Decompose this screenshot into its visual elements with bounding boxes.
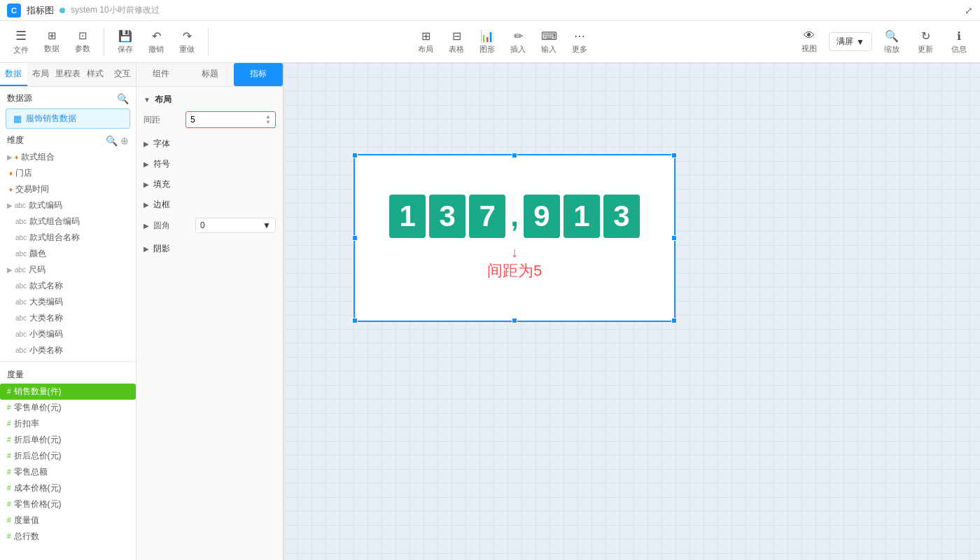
field-item[interactable]: abc 款式名称	[0, 278, 136, 294]
tab-milestone[interactable]: 里程表	[55, 63, 82, 86]
handle-bottom-left[interactable]	[352, 318, 358, 323]
dimension-expand-icon[interactable]: ⊕	[120, 135, 129, 146]
dimension-search-icon[interactable]: 🔍	[106, 135, 118, 146]
measure-type-icon: #	[7, 404, 11, 412]
field-type-icon: ♦	[9, 169, 13, 177]
symbol-section-title[interactable]: ▶ 符号	[144, 154, 276, 174]
handle-top-center[interactable]	[512, 153, 517, 158]
toolbar-insert[interactable]: ✏ 插入	[504, 27, 532, 57]
corner-dropdown-icon: ▼	[262, 220, 271, 230]
toolbar-chart[interactable]: 📊 图形	[473, 27, 501, 57]
measure-type-icon: #	[7, 500, 11, 508]
field-name: 颜色	[29, 248, 46, 260]
toolbar-redo[interactable]: ↷ 重做	[173, 27, 201, 57]
measure-item[interactable]: # 成本价格(元)	[0, 480, 136, 496]
toolbar-more[interactable]: ⋯ 更多	[566, 27, 594, 57]
toolbar-param[interactable]: ⊡ 参数	[69, 27, 97, 57]
layout-icon: ⊞	[421, 29, 430, 43]
toolbar-zoom-label: 缩放	[884, 44, 899, 55]
field-item[interactable]: abc 小类编码	[0, 326, 136, 342]
measure-item-active[interactable]: # 销售数量(件)	[0, 384, 136, 400]
metric-display: 1 3 7 , 9 1 3 ↓ 间距为5	[355, 155, 674, 321]
fill-section-title[interactable]: ▶ 填充	[144, 174, 276, 195]
measure-item[interactable]: # 折后单价(元)	[0, 432, 136, 448]
toolbar-param-label: 参数	[75, 43, 90, 54]
handle-bottom-right[interactable]	[671, 318, 677, 323]
toolbar-file[interactable]: ☰ 文件	[7, 25, 35, 58]
font-section-title[interactable]: ▶ 字体	[144, 134, 276, 154]
field-type-icon: ♦	[15, 153, 18, 161]
digit-3: 3	[429, 195, 465, 238]
handle-middle-left[interactable]	[352, 235, 358, 241]
style-tab-title[interactable]: 标题	[186, 63, 234, 86]
tab-interaction[interactable]: 交互	[108, 63, 136, 86]
digit-comma: ,	[510, 200, 519, 233]
dimension-actions: 🔍 ⊕	[106, 135, 129, 146]
maximize-icon[interactable]: ⤢	[965, 5, 973, 16]
layout-section-title[interactable]: ▼ 布局	[144, 94, 276, 106]
spinner-arrows[interactable]: ▲ ▼	[265, 114, 271, 125]
field-item[interactable]: ▶ abc 尺码	[0, 262, 136, 278]
field-name: 小类名称	[29, 344, 63, 356]
style-tab-indicator[interactable]: 指标	[234, 63, 283, 86]
field-item[interactable]: abc 大类名称	[0, 310, 136, 326]
measure-name: 折后单价(元)	[14, 434, 62, 446]
data-source-label: 数据源	[7, 92, 32, 104]
field-name: 门店	[15, 167, 32, 179]
dimension-label: 维度	[7, 134, 24, 146]
corner-arrow-icon: ▶	[144, 222, 149, 230]
style-tab-component[interactable]: 组件	[136, 63, 186, 86]
border-section-title[interactable]: ▶ 边框	[144, 195, 276, 215]
data-source-search-icon[interactable]: 🔍	[117, 93, 129, 104]
handle-top-right[interactable]	[671, 153, 677, 158]
view-icon: 👁	[804, 29, 815, 42]
toolbar-save[interactable]: 💾 保存	[111, 27, 139, 57]
shadow-section-title[interactable]: ▶ 阴影	[144, 239, 276, 259]
spinner-down-icon[interactable]: ▼	[265, 120, 271, 125]
toolbar-input[interactable]: ⌨ 输入	[535, 27, 563, 57]
toolbar-data[interactable]: ⊞ 数据	[38, 27, 66, 57]
handle-top-left[interactable]	[352, 153, 358, 158]
field-item[interactable]: abc 颜色	[0, 246, 136, 262]
measure-item[interactable]: # 零售价格(元)	[0, 496, 136, 512]
canvas-widget[interactable]: 1 3 7 , 9 1 3 ↓ 间距为5	[354, 154, 676, 322]
measure-item[interactable]: # 零售总额	[0, 464, 136, 480]
canvas-area[interactable]: 1 3 7 , 9 1 3 ↓ 间距为5	[284, 63, 980, 560]
digit-9: 9	[524, 195, 560, 238]
toolbar-table[interactable]: ⊟ 表格	[442, 27, 470, 57]
measure-item[interactable]: # 折后总价(元)	[0, 448, 136, 464]
toolbar-layout[interactable]: ⊞ 布局	[412, 27, 440, 57]
measure-item[interactable]: # 折扣率	[0, 416, 136, 432]
tab-style[interactable]: 样式	[81, 63, 108, 86]
field-item[interactable]: ♦ 门店	[0, 165, 136, 181]
field-item[interactable]: abc 款式组合名称	[0, 230, 136, 246]
measure-item[interactable]: # 总行数	[0, 528, 136, 545]
corner-select[interactable]: 0 ▼	[195, 218, 276, 233]
fullscreen-button[interactable]: 满屏 ▼	[829, 32, 872, 51]
measure-item[interactable]: # 零售单价(元)	[0, 400, 136, 416]
handle-bottom-center[interactable]	[512, 318, 517, 323]
digit-1: 1	[389, 195, 426, 238]
toolbar-undo[interactable]: ↶ 撤销	[142, 27, 170, 57]
measure-type-icon: #	[7, 420, 11, 428]
data-source-item[interactable]: ▦ 服饰销售数据	[6, 108, 130, 129]
field-item[interactable]: ▶ ♦ 款式组合	[0, 149, 136, 165]
toolbar-view[interactable]: 👁 视图	[795, 27, 823, 57]
field-type-icon: abc	[15, 314, 27, 322]
toolbar-chart-label: 图形	[479, 44, 495, 55]
measure-item[interactable]: # 度量值	[0, 512, 136, 528]
field-item[interactable]: abc 大类编码	[0, 294, 136, 310]
handle-middle-right[interactable]	[671, 235, 677, 241]
spacing-value[interactable]	[190, 115, 232, 125]
toolbar-zoom[interactable]: 🔍 缩放	[878, 27, 906, 57]
save-icon: 💾	[118, 29, 132, 43]
field-item[interactable]: ▶ abc 款式编码	[0, 197, 136, 214]
tab-data[interactable]: 数据	[0, 63, 27, 86]
field-item[interactable]: abc 款式组合编码	[0, 214, 136, 230]
tab-layout[interactable]: 布局	[27, 63, 55, 86]
spacing-input[interactable]: ▲ ▼	[186, 111, 276, 128]
toolbar-refresh[interactable]: ↻ 更新	[911, 27, 939, 57]
field-item[interactable]: abc 小类名称	[0, 342, 136, 358]
field-item[interactable]: ♦ 交易时间	[0, 181, 136, 197]
toolbar-info[interactable]: ℹ 信息	[945, 27, 973, 57]
